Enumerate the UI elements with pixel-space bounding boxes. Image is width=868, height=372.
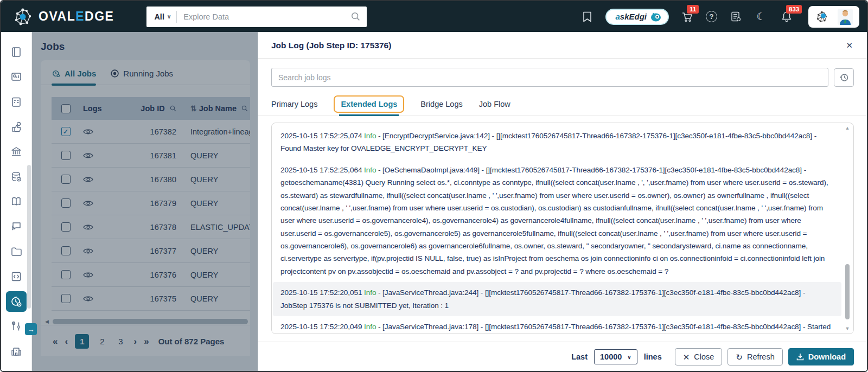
sidebar-item-tasks[interactable] <box>6 92 27 112</box>
release-notes-icon[interactable] <box>729 10 743 24</box>
view-log-eye-icon[interactable] <box>80 271 113 279</box>
job-name-column-header[interactable]: ⇅Job Name <box>184 104 250 113</box>
page-number-2[interactable]: 2 <box>97 337 107 346</box>
row-checkbox[interactable] <box>61 151 71 160</box>
help-icon[interactable]: ? <box>706 11 717 22</box>
search-history-button[interactable] <box>834 68 854 87</box>
row-checkbox[interactable] <box>61 246 71 255</box>
search-icon[interactable] <box>168 105 176 113</box>
cart-badge: 11 <box>687 5 699 14</box>
table-row[interactable]: 167375QUERY <box>52 287 250 311</box>
page-number-3[interactable]: 3 <box>115 337 126 346</box>
ovaledge-logo[interactable]: OVALEDGE <box>12 6 114 28</box>
table-row[interactable]: 167377QUERY <box>52 239 250 263</box>
select-all-checkbox[interactable] <box>61 104 71 113</box>
log-output-container[interactable]: 2025-10-15 17:52:25,074 Info - [EncryptD… <box>271 123 854 334</box>
search-scope-dropdown[interactable]: All ∨ <box>146 12 176 21</box>
search-job-logs-input[interactable] <box>271 68 828 87</box>
first-page-button[interactable]: « <box>53 336 57 347</box>
view-log-eye-icon[interactable] <box>80 200 113 207</box>
close-button[interactable]: ✕ Close <box>675 348 723 365</box>
dark-mode-icon[interactable]: ☾ <box>754 10 768 24</box>
sidebar-scrollbar[interactable] <box>27 165 31 309</box>
horizontal-scrollbar-thumb[interactable] <box>53 319 248 324</box>
tab-extended-logs[interactable]: Extended Logs <box>334 92 404 116</box>
view-log-eye-icon[interactable] <box>80 128 113 136</box>
user-avatar <box>838 9 853 25</box>
chevron-down-icon: ∨ <box>167 14 171 20</box>
ovaledge-logo-icon <box>12 6 34 28</box>
logs-column-header: Logs <box>80 104 113 113</box>
annotation-highlight-box: Extended Logs <box>334 95 404 113</box>
vertical-scrollbar[interactable]: ▲ ▼ <box>844 125 851 331</box>
explore-data-search-input[interactable] <box>177 12 351 21</box>
sidebar-item-files[interactable] <box>6 241 27 262</box>
refresh-button[interactable]: ↻ Refresh <box>727 348 782 365</box>
vertical-scrollbar-thumb[interactable] <box>845 264 850 319</box>
job-id-cell: 167382 <box>113 127 184 136</box>
sidebar-expand-button[interactable]: → <box>25 323 37 335</box>
user-account-pill[interactable] <box>808 6 859 28</box>
sidebar-item-administration[interactable] <box>6 341 27 362</box>
row-checkbox[interactable] <box>61 175 71 184</box>
sidebar-item-reports[interactable] <box>6 67 27 87</box>
prev-page-button[interactable]: ‹ <box>65 336 67 347</box>
lines-count-dropdown[interactable]: 10000 ∨ <box>594 349 637 364</box>
tab-primary-logs[interactable]: Primary Logs <box>271 92 317 116</box>
log-level: Info <box>364 166 378 174</box>
log-entry: 2025-10-15 17:52:20,049 Info - [JavaServ… <box>273 316 841 331</box>
tab-job-flow[interactable]: Job Flow <box>479 92 510 116</box>
sidebar-item-governance[interactable] <box>6 142 27 162</box>
log-level: Info <box>364 323 378 331</box>
last-page-button[interactable]: » <box>144 336 148 347</box>
table-row[interactable]: ✓167382Integration+lineage <box>52 120 250 144</box>
scroll-down-arrow-icon[interactable]: ▼ <box>845 326 850 331</box>
sort-icon[interactable]: ⇅ <box>190 104 197 113</box>
notifications-bell-icon[interactable]: 833 <box>780 10 794 24</box>
download-button[interactable]: Download <box>788 348 854 365</box>
page-number-1[interactable]: 1 <box>75 334 89 349</box>
close-icon[interactable]: ✕ <box>846 41 853 50</box>
table-row[interactable]: 167378ELASTIC_UPDATE_ <box>52 215 250 239</box>
sidebar-item-data-quality[interactable] <box>6 117 27 137</box>
row-checkbox[interactable]: ✓ <box>61 127 71 136</box>
table-row[interactable]: 167380QUERY <box>52 168 250 191</box>
scroll-up-arrow-icon[interactable]: ▲ <box>845 125 850 131</box>
sidebar-item-data-catalog[interactable] <box>6 166 27 187</box>
view-log-eye-icon[interactable] <box>80 247 113 255</box>
scroll-left-arrow-icon[interactable]: ◀ <box>45 319 49 324</box>
row-checkbox[interactable] <box>61 198 71 208</box>
sidebar-item-query-sheet[interactable] <box>6 266 27 287</box>
sidebar-item-tools[interactable] <box>6 316 27 337</box>
navbar-right-cluster: askEdgi 11 ? ☾ 833 <box>580 6 859 28</box>
jobs-page: Jobs All JobsRunning Jobs Logs Job ID ⇅J… <box>32 32 258 372</box>
job-id-cell: 167377 <box>113 247 184 255</box>
row-checkbox[interactable] <box>61 222 71 232</box>
table-row[interactable]: 167376QUERY <box>52 263 250 287</box>
search-icon[interactable] <box>240 105 248 113</box>
tab-running-jobs[interactable]: Running Jobs <box>110 69 173 85</box>
table-row[interactable]: 167379QUERY <box>52 191 250 215</box>
table-row[interactable]: 167381QUERY <box>52 144 250 168</box>
askedgi-bot-icon <box>650 12 661 22</box>
job-log-panel: Job Log (Job Step ID: 175376) ✕ Primary … <box>258 32 867 372</box>
sidebar-item-collaboration[interactable] <box>6 216 27 237</box>
sidebar-item-jobs[interactable] <box>6 291 27 312</box>
horizontal-scrollbar[interactable]: ◀ <box>45 318 250 325</box>
askedgi-button[interactable]: askEdgi <box>605 9 669 25</box>
sidebar-item-notebook[interactable] <box>6 42 27 62</box>
row-checkbox[interactable] <box>61 294 71 303</box>
job-id-column-header[interactable]: Job ID <box>113 104 184 113</box>
jobs-clock-icon <box>52 69 61 78</box>
sidebar-item-business-glossary[interactable] <box>6 191 27 212</box>
view-log-eye-icon[interactable] <box>80 295 113 303</box>
tab-all-jobs[interactable]: All Jobs <box>52 69 96 85</box>
view-log-eye-icon[interactable] <box>80 152 113 159</box>
row-checkbox[interactable] <box>61 270 71 279</box>
view-log-eye-icon[interactable] <box>80 176 113 183</box>
view-log-eye-icon[interactable] <box>80 223 113 231</box>
tab-bridge-logs[interactable]: Bridge Logs <box>420 92 462 116</box>
bookmark-icon[interactable] <box>580 10 594 24</box>
next-page-button[interactable]: › <box>133 336 136 347</box>
cart-icon[interactable]: 11 <box>680 10 694 24</box>
